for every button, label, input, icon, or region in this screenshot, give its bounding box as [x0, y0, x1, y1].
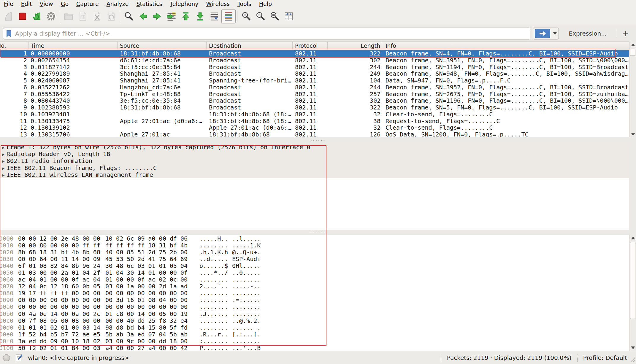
display-filter-field[interactable]: [3, 28, 530, 39]
detail-row-1[interactable]: ▸Frame 1: 322 bytes on wire (2576 bits),…: [0, 144, 629, 151]
expander-icon[interactable]: ▸: [0, 158, 7, 164]
colorize-toggle-button[interactable]: [221, 9, 236, 23]
packet-row-9[interactable]: 90.10238859318:31:bf:4b:8b:68Broadcast80…: [0, 104, 629, 111]
menu-wireless[interactable]: Wireless: [202, 0, 234, 8]
apply-filter-combo[interactable]: [533, 28, 559, 39]
menu-capture[interactable]: Capture: [72, 0, 103, 8]
packet-row-12[interactable]: 120.130139102Apple_27:01:ac (d0:a6:…802.…: [0, 124, 629, 131]
scroll-up-button[interactable]: [629, 235, 636, 241]
hex-row-0040[interactable]: 00406f 01 08 82 84 8b 96 2430 48 6c 03 0…: [0, 263, 629, 269]
detail-row-5[interactable]: ▸IEEE 802.11 wireless LAN management fra…: [0, 171, 629, 178]
scroll-up-button[interactable]: [629, 42, 636, 48]
apply-filter-button[interactable]: [535, 29, 550, 38]
column-header-source[interactable]: Source: [118, 42, 207, 50]
scrollbar-thumb[interactable]: [630, 49, 635, 56]
expander-icon[interactable]: ▸: [0, 165, 7, 171]
scrollbar-thumb[interactable]: [630, 242, 635, 319]
restart-capture-button[interactable]: [30, 9, 44, 23]
packet-row-5[interactable]: 50.024060087Shanghai_27:85:41Spanning-tr…: [0, 77, 629, 84]
menu-telephony[interactable]: Telephony: [166, 0, 202, 8]
packet-row-10[interactable]: 100.10392348118:31:bf:4b:8b:68 (18:…802.…: [0, 111, 629, 118]
menu-tools[interactable]: Tools: [234, 0, 255, 8]
stop-capture-button[interactable]: [15, 9, 30, 23]
hex-row-0020[interactable]: 00208b 68 18 31 bf 4b 8b 6840 00 85 51 2…: [0, 249, 629, 256]
packet-row-8[interactable]: 80.0804437403e:f5:cc:0e:35:84Broadcast80…: [0, 97, 629, 104]
go-back-button[interactable]: [136, 9, 150, 23]
packet-row-13[interactable]: 130.130315706Apple_27:01:ac18:31:bf:4b:8…: [0, 131, 629, 137]
go-last-packet-button[interactable]: [193, 9, 207, 23]
hex-row-0010[interactable]: 001000 00 80 00 00 00 ff ffff ff ff ff 1…: [0, 242, 629, 249]
packet-row-2[interactable]: 20.002654354d6:61:fe:cd:7a:6eBroadcast80…: [0, 57, 629, 64]
hex-row-0050[interactable]: 005001 03 00 00 2a 01 04 2f01 04 30 14 0…: [0, 269, 629, 276]
expression-button[interactable]: Expression...: [561, 30, 615, 37]
hex-row-00b0[interactable]: 00b000 4a 0e 14 00 0a 00 2c01 c8 00 14 0…: [0, 311, 629, 317]
add-filter-button[interactable]: +: [619, 29, 633, 38]
ascii-1: ........: [199, 324, 229, 331]
column-header-info[interactable]: Info: [382, 42, 629, 50]
capture-options-button[interactable]: [44, 9, 58, 23]
packet-row-1[interactable]: 10.00000000018:31:bf:4b:8b:68Broadcast80…: [0, 50, 629, 57]
hex-row-0100[interactable]: 010050 f2 02 01 01 84 00 03a4 00 00 27 a…: [0, 345, 629, 351]
menu-go[interactable]: Go: [57, 0, 72, 8]
scroll-down-button[interactable]: [629, 131, 636, 137]
hex-row-00d0[interactable]: 00d001 01 01 02 01 00 03 1498 d8 bd b4 1…: [0, 324, 629, 331]
hex-row-0000[interactable]: 000000 00 12 00 2e 48 00 0010 02 6c 09 a…: [0, 235, 629, 242]
hex-row-00f0[interactable]: 00f03a ed dd 09 00 10 18 0203 00 9c 00 0…: [0, 338, 629, 345]
zoom-in-button[interactable]: [239, 9, 253, 23]
capture-comment-icon[interactable]: [15, 354, 23, 362]
packet-bytes-scrollbar[interactable]: [629, 235, 636, 351]
column-header-len[interactable]: Length: [328, 42, 382, 50]
cell-len: 302: [328, 97, 382, 104]
scroll-down-button[interactable]: [629, 344, 636, 351]
expander-icon[interactable]: ▸: [0, 172, 7, 178]
hex-row-00a0[interactable]: 00a000 00 00 00 00 00 00 0000 00 00 00 0…: [0, 303, 629, 310]
expander-icon[interactable]: ▸: [0, 144, 7, 151]
hex-row-00c0[interactable]: 00c000 7f 08 05 00 08 00 0000 00 40 dd 2…: [0, 317, 629, 324]
packet-row-11[interactable]: 110.130133475Apple_27:01:ac (d0:a6:…18:3…: [0, 118, 629, 125]
find-packet-button[interactable]: [122, 9, 136, 23]
packet-list-scrollbar[interactable]: [629, 42, 636, 137]
menu-statistics[interactable]: Statistics: [133, 0, 166, 8]
hex-row-0030[interactable]: 003000 00 64 00 11 14 00 0945 53 50 2d 4…: [0, 256, 629, 263]
cell-no: 2: [0, 57, 28, 64]
column-header-proto[interactable]: Protocol: [293, 42, 328, 50]
go-to-packet-button[interactable]: [164, 9, 179, 23]
packet-row-3[interactable]: 30.0118271423c:f5:cc:0e:35:84Broadcast80…: [0, 64, 629, 71]
column-header-time[interactable]: Time: [28, 42, 118, 50]
hex-row-0060[interactable]: 0060ac 04 01 00 00 0f ac 0401 00 00 0f a…: [0, 276, 629, 283]
zoom-reset-button[interactable]: [267, 9, 282, 23]
packet-row-4[interactable]: 40.022799189Shanghai_27:85:41Broadcast80…: [0, 70, 629, 77]
filter-history-caret[interactable]: [553, 32, 557, 34]
hex-row-0090[interactable]: 009000 00 00 00 00 00 00 0000 3d 16 01 0…: [0, 297, 629, 303]
go-forward-button[interactable]: [150, 9, 164, 23]
splitter-list-details[interactable]: ······: [0, 137, 636, 144]
packet-row-7[interactable]: 70.055536422Tp-LinkT_ef:48:88Broadcast80…: [0, 91, 629, 98]
splitter-details-bytes[interactable]: ······: [0, 230, 636, 235]
zoom-out-button[interactable]: [253, 9, 267, 23]
resize-grip[interactable]: [630, 357, 635, 362]
detail-row-2[interactable]: ▸Radiotap Header v0, Length 18: [0, 151, 629, 158]
menu-view[interactable]: View: [36, 0, 57, 8]
detail-row-4[interactable]: ▸IEEE 802.11 Beacon frame, Flags: ......…: [0, 165, 629, 171]
column-header-no[interactable]: No.: [0, 42, 28, 50]
menu-analyze[interactable]: Analyze: [103, 0, 133, 8]
column-header-dest[interactable]: Destination: [207, 42, 293, 50]
bookmark-icon[interactable]: [6, 30, 12, 37]
hex-row-00e0[interactable]: 00e01f 52 b4 b5 b7 72 ae e55b ab 3a ed 0…: [0, 331, 629, 338]
expert-info-indicator[interactable]: [3, 354, 10, 361]
profile-selector[interactable]: Profile: Default: [583, 354, 627, 361]
expander-icon[interactable]: ▸: [0, 151, 7, 158]
hex-row-0070[interactable]: 007032 04 0c 12 18 60 0b 0503 00 1a 00 0…: [0, 283, 629, 290]
hex-row-0080[interactable]: 008019 17 ff ff ff 00 00 0000 00 00 00 0…: [0, 290, 629, 297]
auto-scroll-toggle-button[interactable]: [207, 9, 221, 23]
go-first-packet-button[interactable]: [179, 9, 193, 23]
menu-help[interactable]: Help: [255, 0, 276, 8]
packet-row-6[interactable]: 60.035271262Hangzhou_cd:7a:6eBroadcast80…: [0, 84, 629, 91]
menu-file[interactable]: File: [0, 0, 17, 8]
hex-bytes-1: 00 00 64 00 11 14 00 09: [18, 256, 101, 263]
display-filter-input[interactable]: [15, 30, 528, 37]
detail-row-3[interactable]: ▸802.11 radio information: [0, 158, 629, 164]
resize-columns-button[interactable]: [282, 9, 296, 23]
menu-edit[interactable]: Edit: [17, 0, 36, 8]
hex-bytes-1: 00 00 00 00 00 00 00 00: [18, 297, 101, 303]
